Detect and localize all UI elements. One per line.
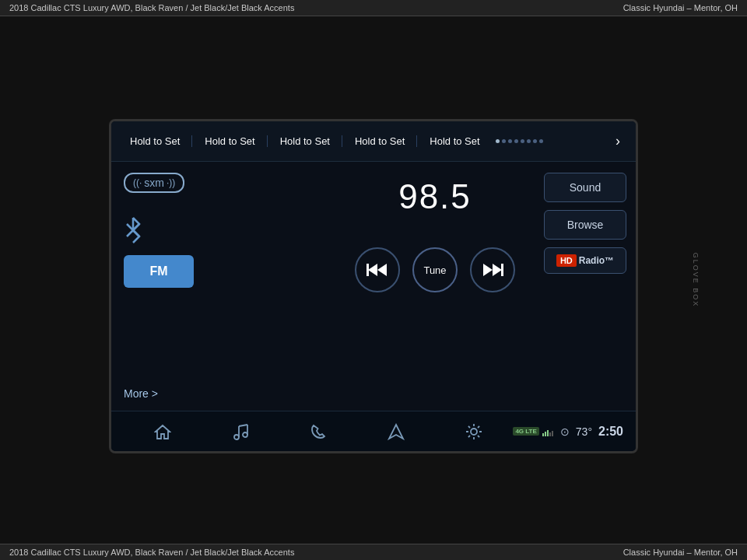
dot-8 — [539, 139, 543, 143]
sxm-logo: ((· sxm ·)) — [124, 173, 184, 193]
bottom-bar: 2018 Cadillac CTS Luxury AWD, Black Rave… — [0, 544, 747, 560]
glove-box-label: GLOVE BOX — [693, 253, 700, 308]
lte-badge: 4G LTE — [513, 427, 538, 436]
svg-rect-17 — [545, 432, 546, 436]
center-area: 98.5 Tune — [335, 162, 535, 411]
rewind-button[interactable] — [355, 247, 400, 292]
svg-line-13 — [239, 425, 247, 426]
playback-controls: Tune — [355, 247, 515, 292]
phone-nav-icon[interactable] — [279, 411, 357, 451]
settings-nav-icon[interactable] — [435, 411, 513, 451]
svg-rect-19 — [549, 432, 551, 436]
left-panel: ((· sxm ·)) FM More > — [111, 162, 335, 411]
svg-rect-4 — [366, 264, 369, 276]
right-panel: Sound Browse HD Radio™ — [535, 162, 636, 411]
svg-marker-14 — [389, 425, 403, 439]
browse-button[interactable]: Browse — [544, 210, 626, 240]
fm-button[interactable]: FM — [124, 255, 194, 288]
more-link[interactable]: More > — [124, 387, 158, 400]
infotainment-screen: Hold to Set Hold to Set Hold to Set Hold… — [109, 119, 638, 453]
sxm-text: sxm — [144, 177, 164, 189]
sxm-waves-end-icon: ·)) — [167, 177, 175, 188]
signal-group: 4G LTE — [513, 427, 553, 436]
time-display: 2:50 — [598, 425, 623, 439]
svg-rect-18 — [547, 430, 549, 436]
preset-button-3[interactable]: Hold to Set — [268, 129, 342, 153]
hd-radio-button[interactable]: HD Radio™ — [544, 247, 626, 274]
home-nav-icon[interactable] — [124, 411, 202, 451]
dot-1 — [496, 139, 500, 143]
preset-button-4[interactable]: Hold to Set — [342, 129, 417, 153]
preset-button-2[interactable]: Hold to Set — [192, 129, 267, 153]
svg-point-15 — [471, 429, 477, 435]
svg-marker-3 — [368, 264, 377, 276]
music-nav-icon[interactable] — [202, 411, 279, 451]
hd-radio-logo: HD Radio™ — [551, 254, 619, 267]
top-bar: 2018 Cadillac CTS Luxury AWD, Black Rave… — [0, 0, 747, 16]
main-area: Hold to Set Hold to Set Hold to Set Hold… — [0, 16, 747, 556]
sound-button[interactable]: Sound — [544, 173, 626, 202]
temperature-display: 73° — [576, 425, 592, 438]
frequency-display: 98.5 — [398, 177, 472, 216]
preset-button-5[interactable]: Hold to Set — [417, 129, 492, 153]
preset-bar: Hold to Set Hold to Set Hold to Set Hold… — [111, 121, 636, 162]
svg-rect-7 — [501, 264, 503, 276]
bluetooth-icon — [124, 216, 142, 250]
preset-button-1[interactable]: Hold to Set — [117, 129, 192, 153]
svg-marker-6 — [493, 264, 502, 276]
svg-marker-2 — [377, 264, 387, 276]
dot-5 — [521, 139, 524, 143]
hd-box: HD — [556, 254, 577, 267]
dot-7 — [533, 139, 537, 143]
svg-marker-8 — [156, 425, 170, 439]
bottom-car-info: 2018 Cadillac CTS Luxury AWD, Black Rave… — [9, 548, 294, 557]
top-car-info: 2018 Cadillac CTS Luxury AWD, Black Rave… — [9, 3, 294, 12]
dot-indicators — [496, 139, 543, 143]
fast-forward-button[interactable] — [470, 247, 515, 292]
dot-6 — [527, 139, 531, 143]
dot-4 — [514, 139, 518, 143]
content-area: ((· sxm ·)) FM More > — [111, 162, 636, 411]
svg-rect-16 — [542, 433, 544, 436]
navigation-nav-icon[interactable] — [357, 411, 435, 451]
bottom-dealer-info: Classic Hyundai – Mentor, OH — [623, 548, 738, 557]
hd-radio-text: Radio™ — [579, 255, 614, 266]
sxm-waves-icon: ((· — [133, 177, 142, 188]
top-dealer-info: Classic Hyundai – Mentor, OH — [623, 3, 738, 12]
status-bar: 4G LTE ⊙ 73° 2:50 — [513, 425, 623, 439]
nav-bar: 4G LTE ⊙ 73° 2:50 — [111, 411, 636, 451]
svg-marker-5 — [483, 264, 493, 276]
tune-button[interactable]: Tune — [412, 247, 458, 292]
signal-bars-icon — [542, 427, 554, 436]
dot-3 — [508, 139, 512, 143]
preset-next-arrow[interactable]: › — [606, 127, 630, 156]
dot-2 — [502, 139, 506, 143]
gps-icon: ⊙ — [560, 425, 570, 438]
svg-rect-20 — [552, 431, 553, 436]
